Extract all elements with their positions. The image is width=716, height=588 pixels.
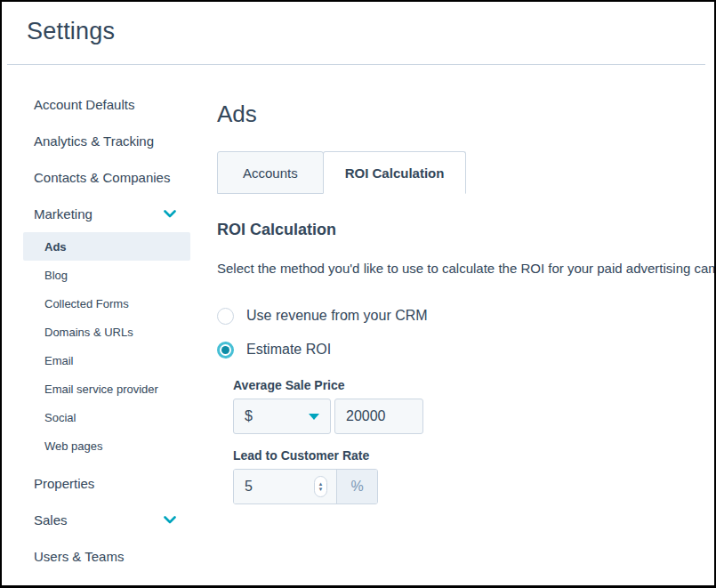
sidebar-item-sales[interactable]: Sales: [2, 502, 190, 538]
sidebar-item-properties[interactable]: Properties: [2, 465, 190, 502]
currency-selected-value: $: [245, 408, 253, 424]
number-stepper[interactable]: ▲ ▼: [314, 476, 327, 497]
average-sale-price-input[interactable]: [346, 408, 412, 424]
sidebar-item-collected-forms[interactable]: Collected Forms: [23, 289, 190, 318]
sidebar-item-label: Blog: [44, 269, 68, 282]
average-sale-price-row: $: [233, 399, 714, 434]
sidebar-item-email[interactable]: Email: [23, 346, 190, 375]
sidebar-item-label: Collected Forms: [44, 297, 129, 310]
sidebar-item-label: Properties: [34, 476, 94, 491]
sidebar-item-label: Domains & URLs: [44, 326, 133, 339]
main-content: Ads Accounts ROI Calculation ROI Calcula…: [190, 65, 714, 504]
tab-bar: Accounts ROI Calculation: [217, 151, 714, 194]
radio-estimate-roi[interactable]: Estimate ROI: [217, 341, 714, 358]
currency-select[interactable]: $: [233, 399, 331, 434]
sidebar-item-label: Email service provider: [44, 383, 158, 396]
sidebar-item-blog[interactable]: Blog: [23, 261, 190, 289]
tab-accounts[interactable]: Accounts: [217, 151, 324, 194]
chevron-down-icon: [164, 210, 176, 218]
average-sale-price-label: Average Sale Price: [233, 378, 714, 392]
tab-label: ROI Calculation: [345, 165, 445, 181]
roi-calculation-heading: ROI Calculation: [217, 221, 714, 239]
tab-roi-calculation[interactable]: ROI Calculation: [323, 151, 467, 194]
settings-page: Settings Account Defaults Analytics & Tr…: [0, 0, 716, 588]
stepper-down-icon[interactable]: ▼: [318, 487, 324, 492]
lead-to-customer-rate-label: Lead to Customer Rate: [233, 448, 714, 463]
sidebar-item-label: Social: [44, 411, 76, 424]
radio-unselected-icon[interactable]: [217, 308, 234, 325]
sidebar-item-label: Email: [44, 354, 74, 367]
estimate-roi-form: Average Sale Price $ Lead to Customer Ra…: [233, 378, 714, 504]
sidebar-item-label: Users & Teams: [34, 549, 124, 564]
radio-selected-icon[interactable]: [217, 342, 234, 358]
sidebar-item-email-service-provider[interactable]: Email service provider: [23, 375, 190, 403]
lead-to-customer-rate-group: ▲ ▼ %: [233, 469, 378, 504]
radio-label: Estimate ROI: [246, 342, 331, 358]
lead-to-customer-rate-input[interactable]: [245, 479, 314, 495]
sidebar-item-social[interactable]: Social: [23, 403, 190, 431]
chevron-down-icon: [164, 516, 176, 524]
sidebar-item-account-defaults[interactable]: Account Defaults: [2, 86, 190, 123]
average-sale-price-input-box: [334, 399, 423, 434]
lead-to-customer-rate-field: Lead to Customer Rate ▲ ▼ %: [233, 448, 714, 504]
radio-use-crm-revenue[interactable]: Use revenue from your CRM: [217, 307, 714, 325]
sidebar-item-label: Web pages: [44, 439, 103, 453]
sidebar-item-analytics-tracking[interactable]: Analytics & Tracking: [2, 123, 190, 159]
sidebar-item-ads[interactable]: Ads: [23, 232, 190, 261]
radio-label: Use revenue from your CRM: [246, 308, 428, 324]
sidebar-item-domains-urls[interactable]: Domains & URLs: [23, 318, 190, 346]
tab-label: Accounts: [243, 165, 298, 181]
sidebar-item-label: Sales: [34, 512, 68, 528]
sidebar-item-label: Analytics & Tracking: [34, 133, 154, 149]
sidebar-item-label: Account Defaults: [34, 97, 134, 112]
lead-to-customer-rate-input-box: ▲ ▼: [234, 470, 336, 503]
sidebar-item-label: Ads: [44, 240, 67, 254]
layout: Account Defaults Analytics & Tracking Co…: [2, 65, 714, 575]
roi-method-radio-group: Use revenue from your CRM Estimate ROI: [217, 307, 714, 358]
chevron-down-icon: [309, 414, 319, 420]
page-title: Settings: [27, 18, 714, 45]
app-header: Settings: [2, 2, 714, 64]
roi-calculation-description: Select the method you'd like to use to c…: [217, 261, 714, 277]
sidebar-item-web-pages[interactable]: Web pages: [23, 431, 190, 460]
settings-sidebar: Account Defaults Analytics & Tracking Co…: [2, 65, 190, 575]
sidebar-item-users-teams[interactable]: Users & Teams: [2, 538, 190, 575]
percent-suffix: %: [336, 470, 377, 503]
sidebar-item-label: Marketing: [34, 206, 93, 222]
sidebar-item-label: Contacts & Companies: [34, 170, 170, 185]
ads-section-title: Ads: [217, 101, 714, 128]
sidebar-item-contacts-companies[interactable]: Contacts & Companies: [2, 159, 190, 196]
sidebar-item-marketing[interactable]: Marketing: [2, 196, 190, 232]
average-sale-price-field: Average Sale Price $: [233, 378, 714, 434]
